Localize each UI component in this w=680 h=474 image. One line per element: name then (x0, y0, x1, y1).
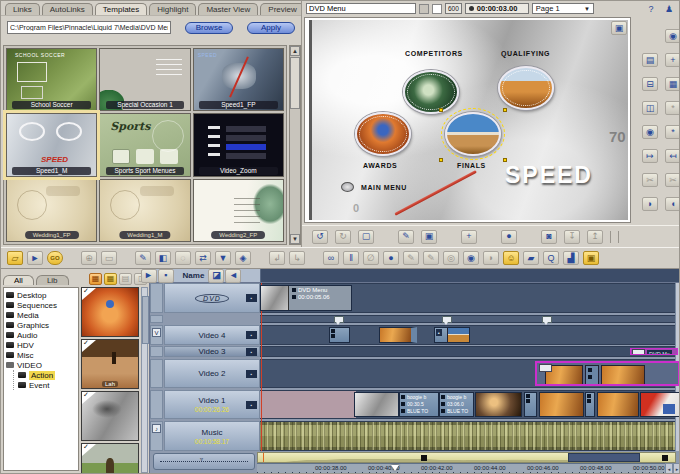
track-gutter[interactable] (150, 346, 163, 357)
preview-tool-icon[interactable]: ▣ (611, 21, 627, 35)
clip-thumbnail-field[interactable]: ✓ (81, 443, 139, 473)
dvd-menu-preview[interactable]: COMPETITORS QUALIFYING AWARDS FINALS MAI… (304, 17, 631, 223)
track-output-icon[interactable]: ▪ (246, 348, 257, 356)
select-frame-icon[interactable]: ▢ (358, 230, 374, 244)
tree-item-desktop[interactable]: Desktop (6, 290, 78, 300)
tree-item-media[interactable]: Media (6, 310, 78, 320)
audio-badge[interactable]: ♪ (152, 424, 161, 433)
track-header-music[interactable]: Music 00:10:58.17 (164, 421, 260, 451)
menu-label-main-menu[interactable]: MAIN MENU (361, 184, 407, 191)
ball-icon[interactable]: ◉ (463, 251, 479, 265)
template-video-zoom[interactable]: Video_Zoom (193, 113, 284, 176)
record-icon[interactable]: ● (501, 230, 517, 244)
clip-small-label[interactable] (524, 392, 537, 417)
template-sports[interactable]: Sports Sports Sport Menues (99, 113, 190, 176)
cut-b-icon[interactable]: ✂ (665, 173, 680, 187)
expand-icon[interactable]: ◈ (235, 251, 251, 265)
template-special-occasion[interactable]: Special Occasion 1 (99, 48, 190, 111)
template-wedding1-m[interactable]: Wedding1_M (99, 179, 190, 242)
clip-selected-group[interactable] (535, 361, 680, 386)
chart-icon[interactable]: ▟ (563, 251, 579, 265)
thumbnail-scrollbar[interactable] (141, 287, 148, 473)
circle-tool-icon[interactable]: ◉ (642, 125, 658, 139)
clip-thumbnail-smoke[interactable]: ✓ (81, 391, 139, 441)
template-scrollbar[interactable]: ▲ ▼ (289, 45, 301, 245)
add-page-icon[interactable]: + (461, 230, 477, 244)
chapter-marker-icon[interactable] (442, 316, 452, 323)
tab-preview[interactable]: Preview (260, 3, 304, 15)
track-gutter[interactable] (150, 359, 163, 388)
smiley-icon[interactable]: ☺ (503, 251, 519, 265)
overview-marker[interactable] (662, 455, 668, 461)
insert-icon[interactable]: ⊕ (81, 251, 97, 265)
grab-frame-icon[interactable]: ▣ (421, 230, 437, 244)
clip-desert-thumb-2[interactable] (597, 392, 639, 417)
view-large-icons-icon[interactable]: ▦ (89, 273, 102, 285)
track-gutter[interactable] (150, 283, 163, 313)
plugin-icon[interactable]: ▣ (583, 251, 599, 265)
edit-pen-icon[interactable]: ✎ (135, 251, 151, 265)
cut-a-icon[interactable]: ✂ (642, 173, 658, 187)
folder2-icon[interactable]: ▰ (523, 251, 539, 265)
template-speed1-fp[interactable]: SPEED Speed1_FP (193, 48, 284, 111)
video-badge[interactable]: V (152, 328, 161, 337)
effect-icon[interactable]: * (665, 101, 680, 115)
clip-small-blue[interactable] (329, 327, 350, 343)
track-lane-video3[interactable]: DVD Me (260, 346, 676, 357)
track-header-video2[interactable]: Video 2 ▪ (164, 359, 260, 388)
overlap-icon[interactable]: ◫ (642, 101, 658, 115)
tree-item-video[interactable]: VIDEO (6, 360, 78, 370)
overview-scroll-thumb[interactable] (568, 453, 640, 462)
track-lane-dvd[interactable]: DVD Menu 00:00:05.06 (260, 283, 676, 313)
view-list-icon[interactable]: ▤ (119, 273, 132, 285)
track-output-icon[interactable]: ▪ (246, 294, 257, 302)
solo-icon[interactable]: ◪ (208, 269, 224, 283)
pointer-icon[interactable]: ► (27, 251, 43, 265)
clip-boogie-1[interactable]: boogie b 00:30.5 BLUE TO 14:09.33 (399, 392, 439, 417)
panel-icon[interactable]: ▤ (642, 53, 658, 67)
clip-dvd-menu-v3[interactable]: DVD Me (630, 348, 678, 355)
template-speed1-m-selected[interactable]: SPEED Speed1_M (6, 113, 97, 176)
redo-icon[interactable]: ↻ (335, 230, 351, 244)
scroll-up-icon[interactable]: ▲ (290, 46, 300, 56)
track-gutter[interactable]: ♪ (150, 421, 163, 451)
align-right-icon[interactable]: ↦ (642, 149, 658, 163)
track-lane-video4[interactable]: ▪ (260, 325, 676, 345)
tab-autolinks[interactable]: AutoLinks (42, 3, 93, 15)
clip-orange-thumb[interactable] (379, 327, 417, 343)
playhead-marker-icon[interactable] (391, 465, 399, 471)
track-lane-video2[interactable] (260, 359, 676, 388)
clip-labeled-thumb[interactable]: ▪ (434, 327, 470, 343)
undo-icon[interactable]: ↺ (312, 230, 328, 244)
link-icon[interactable]: ∞ (323, 251, 339, 265)
scale-box[interactable]: 600 (445, 3, 462, 14)
tree-item-event[interactable]: Event (18, 380, 78, 390)
clip-tool-icon[interactable]: ◧ (155, 251, 171, 265)
selection-handle[interactable] (439, 108, 443, 112)
track-header-video4[interactable]: Video 4 ▪ (164, 325, 260, 345)
chapter-marker-icon[interactable] (542, 316, 552, 323)
clip-boogie-2[interactable]: boogie b 03:06.0 BLUE TO 14:09.33 (439, 392, 474, 417)
track-output-icon[interactable]: ▪ (246, 370, 257, 378)
user-export-icon[interactable]: ♟ (661, 3, 677, 15)
clip-thumbnail-celebration[interactable]: ✓ (81, 287, 139, 337)
tree-item-audio[interactable]: Audio (6, 330, 78, 340)
menu-label-competitors[interactable]: COMPETITORS (405, 50, 463, 57)
track-lane-video1[interactable]: boogie b 00:30.5 BLUE TO 14:09.33 boogie… (260, 390, 676, 419)
target-icon[interactable]: ◉ (665, 29, 680, 43)
timeline-ruler[interactable]: 00:00:38.00 00:00:40.00 00:00:42.00 00:0… (257, 463, 676, 474)
clip-desert-thumb[interactable] (539, 392, 584, 417)
view-small-icons-icon[interactable]: ▦ (104, 273, 117, 285)
menu-name-input[interactable] (306, 3, 416, 14)
template-wedding1-fp[interactable]: Wedding1_FP (6, 179, 97, 242)
template-school-soccer[interactable]: SCHOOL SOCCER School Soccer (6, 48, 97, 111)
menu-label-awards[interactable]: AWARDS (363, 162, 397, 169)
clip-dvd-menu[interactable]: DVD Menu 00:00:05.06 (260, 285, 352, 311)
track-gutter[interactable] (150, 390, 163, 419)
track-output-icon[interactable]: ▪ (246, 331, 257, 339)
track-header-video3[interactable]: Video 3 ▪ (164, 346, 260, 357)
chapter-marker-icon[interactable] (334, 316, 344, 323)
blob-icon[interactable]: ● (383, 251, 399, 265)
menu-button-competitors[interactable] (403, 70, 459, 114)
search-icon[interactable]: Q (543, 251, 559, 265)
